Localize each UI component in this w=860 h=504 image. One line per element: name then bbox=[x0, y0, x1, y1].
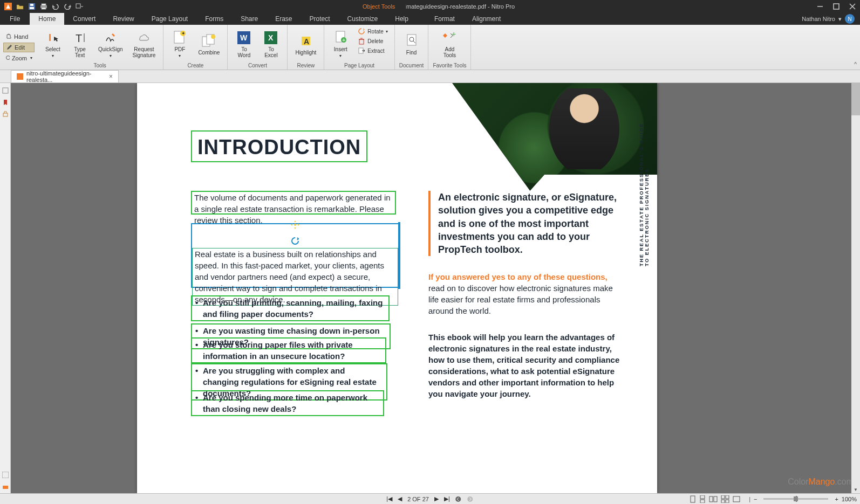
close-icon[interactable] bbox=[849, 3, 856, 10]
delete-button[interactable]: Delete bbox=[356, 37, 390, 45]
combine-button[interactable]: Combine bbox=[195, 27, 223, 61]
group-label-review: Review bbox=[297, 61, 315, 70]
request-signature-button[interactable]: Request Signature bbox=[129, 27, 159, 61]
edit-tool-button[interactable]: Edit bbox=[3, 43, 35, 52]
maximize-icon[interactable] bbox=[833, 3, 839, 10]
rotate-handle-icon[interactable] bbox=[290, 236, 300, 246]
tab-protect[interactable]: Protect bbox=[301, 13, 339, 25]
user-menu[interactable]: Nathan Nitro ▾ N bbox=[802, 13, 860, 25]
bullet-5[interactable]: Are you spending more time on paperwork … bbox=[191, 390, 384, 416]
signatures-panel-icon[interactable] bbox=[2, 111, 9, 118]
continuous-view-icon[interactable] bbox=[699, 495, 706, 503]
first-page-icon[interactable]: |◀ bbox=[386, 495, 392, 502]
facing-view-icon[interactable] bbox=[709, 495, 718, 503]
add-tools-button[interactable]: +Add Tools bbox=[438, 27, 461, 61]
tab-customize[interactable]: Customize bbox=[339, 13, 387, 25]
page-navigator: |◀ ◀ 2 OF 27 ▶ ▶| bbox=[386, 495, 473, 502]
tab-help[interactable]: Help bbox=[386, 13, 417, 25]
select-icon: I bbox=[45, 30, 60, 45]
page-indicator[interactable]: 2 OF 27 bbox=[407, 496, 429, 502]
last-page-icon[interactable]: ▶| bbox=[444, 495, 450, 502]
scrollbar-thumb[interactable] bbox=[851, 83, 860, 115]
zoom-in-icon[interactable]: + bbox=[835, 496, 838, 502]
next-view-icon[interactable] bbox=[467, 496, 474, 502]
ribbon: Hand Edit Zoom▾ ISelect▾ TType Text Quic… bbox=[0, 25, 860, 70]
open-icon[interactable] bbox=[16, 3, 24, 10]
facing-continuous-view-icon[interactable] bbox=[721, 495, 729, 503]
zoom-out-icon[interactable]: − bbox=[754, 496, 757, 502]
save-icon[interactable] bbox=[28, 3, 36, 10]
tab-file[interactable]: File bbox=[0, 13, 30, 25]
text-block-intro-volume[interactable]: The volume of documents and paperwork ge… bbox=[191, 191, 396, 215]
tab-home[interactable]: Home bbox=[30, 13, 64, 25]
tab-alignment[interactable]: Alignment bbox=[463, 13, 509, 25]
heading-introduction[interactable]: INTRODUCTION bbox=[191, 130, 367, 162]
body-paragraph-2[interactable]: This ebook will help you learn the advan… bbox=[428, 332, 622, 399]
rotate-button[interactable]: Rotate ▾ bbox=[356, 27, 390, 36]
svg-rect-49 bbox=[700, 495, 705, 499]
pages-panel-icon[interactable] bbox=[2, 87, 9, 94]
tab-review[interactable]: Review bbox=[104, 13, 142, 25]
single-page-view-icon[interactable] bbox=[690, 495, 696, 503]
tab-format[interactable]: Format bbox=[426, 13, 463, 25]
tab-share[interactable]: Share bbox=[232, 13, 267, 25]
bullet-1[interactable]: Are you still printing, scanning, mailin… bbox=[191, 295, 390, 321]
pdf-button[interactable]: ✦PDF▾ bbox=[168, 27, 192, 61]
tab-convert[interactable]: Convert bbox=[64, 13, 104, 25]
next-page-icon[interactable]: ▶ bbox=[434, 495, 439, 502]
group-convert: WTo Word XTo Excel Convert bbox=[228, 25, 288, 70]
tab-forms[interactable]: Forms bbox=[196, 13, 232, 25]
svg-rect-9 bbox=[834, 4, 839, 9]
zoom-level[interactable]: 100% bbox=[842, 496, 857, 502]
quicksign-button[interactable]: QuickSign▾ bbox=[95, 27, 126, 61]
document-canvas[interactable]: INTRODUCTION The volume of documents and… bbox=[11, 83, 860, 493]
svg-text:✦: ✦ bbox=[181, 31, 186, 36]
prev-view-icon[interactable] bbox=[455, 496, 462, 502]
body-paragraph-1[interactable]: read on to discover how electronic signa… bbox=[428, 282, 622, 316]
zoom-slider[interactable] bbox=[763, 498, 828, 500]
bookmarks-panel-icon[interactable] bbox=[2, 99, 9, 106]
svg-rect-56 bbox=[726, 500, 729, 503]
fullscreen-view-icon[interactable] bbox=[733, 496, 740, 502]
svg-point-22 bbox=[211, 34, 215, 39]
cloud-sign-icon bbox=[136, 30, 152, 45]
vertical-scrollbar[interactable]: ▲ ▼ bbox=[851, 83, 860, 493]
type-text-button[interactable]: TType Text bbox=[68, 27, 92, 61]
prev-page-icon[interactable]: ◀ bbox=[398, 495, 402, 502]
document-tab[interactable]: nitro-ultimateguideesign-realesta... × bbox=[11, 70, 119, 82]
tab-erase[interactable]: Erase bbox=[267, 13, 301, 25]
hand-tool-button[interactable]: Hand bbox=[3, 32, 35, 41]
redo-dropdown-icon[interactable] bbox=[64, 3, 71, 10]
tab-page-layout[interactable]: Page Layout bbox=[143, 13, 196, 25]
qat-more-icon[interactable] bbox=[76, 3, 83, 10]
minimize-icon[interactable] bbox=[817, 3, 823, 10]
to-excel-button[interactable]: XTo Excel bbox=[259, 27, 283, 61]
find-button[interactable]: Find bbox=[400, 27, 424, 61]
insert-button[interactable]: +Insert▾ bbox=[329, 27, 352, 61]
move-cursor-icon[interactable] bbox=[290, 220, 300, 230]
bullet-3[interactable]: Are you storing paper files with private… bbox=[191, 337, 386, 363]
svg-rect-5 bbox=[42, 4, 46, 5]
orange-lead-text[interactable]: If you answered yes to any of these ques… bbox=[428, 272, 622, 281]
highlight-button[interactable]: AHighlight bbox=[292, 27, 319, 61]
scroll-down-icon[interactable]: ▼ bbox=[851, 486, 860, 493]
extract-button[interactable]: Extract bbox=[356, 46, 390, 55]
zoom-tool-button[interactable]: Zoom▾ bbox=[3, 54, 35, 63]
svg-rect-53 bbox=[721, 495, 725, 499]
pull-quote[interactable]: An electronic signature, or eSignature, … bbox=[428, 191, 622, 256]
undo-icon[interactable] bbox=[52, 3, 59, 10]
selected-text-block[interactable]: Real estate is a business built on relat… bbox=[191, 223, 399, 288]
window-controls bbox=[817, 3, 856, 10]
print-icon[interactable] bbox=[40, 3, 47, 10]
add-tools-icon: + bbox=[442, 30, 457, 45]
to-word-button[interactable]: WTo Word bbox=[232, 27, 256, 61]
zoom-slider-knob[interactable] bbox=[794, 496, 798, 501]
collapse-ribbon-icon[interactable]: ^ bbox=[854, 61, 857, 67]
close-tab-icon[interactable]: × bbox=[109, 73, 113, 80]
comments-panel-icon[interactable] bbox=[2, 484, 9, 490]
attachments-panel-icon[interactable] bbox=[2, 472, 9, 478]
svg-rect-44 bbox=[3, 486, 8, 489]
contextual-tab-object-tools[interactable]: Object Tools bbox=[352, 0, 406, 13]
select-button[interactable]: ISelect▾ bbox=[41, 27, 65, 61]
group-label-document: Document bbox=[399, 61, 424, 70]
